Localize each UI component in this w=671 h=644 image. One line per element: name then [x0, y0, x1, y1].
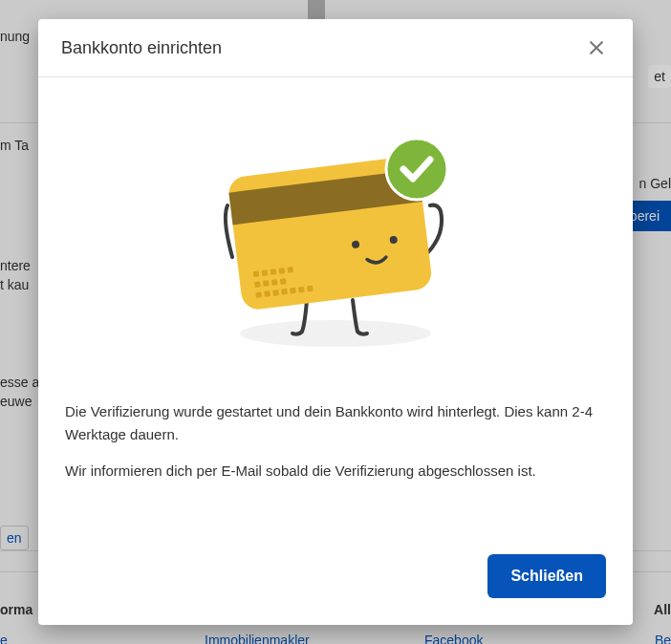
svg-rect-17 [281, 289, 288, 295]
svg-rect-14 [255, 291, 262, 298]
modal-footer: Schließen [38, 539, 633, 625]
modal-body: Die Verifizierung wurde gestartet und de… [38, 77, 633, 539]
svg-rect-11 [263, 280, 270, 287]
svg-rect-16 [272, 290, 279, 296]
svg-rect-19 [298, 287, 305, 293]
svg-rect-15 [264, 290, 271, 297]
bank-account-setup-modal: Bankkonto einrichten [38, 19, 633, 625]
verification-started-message: Die Verifizierung wurde gestartet und de… [65, 400, 606, 446]
bank-card-character-icon [197, 123, 474, 362]
close-icon [587, 38, 606, 57]
modal-title: Bankkonto einrichten [61, 38, 222, 58]
svg-rect-5 [253, 270, 260, 277]
svg-rect-6 [262, 269, 269, 276]
svg-rect-12 [271, 279, 278, 286]
modal-header: Bankkonto einrichten [38, 19, 633, 77]
svg-point-0 [240, 320, 431, 347]
close-icon-button[interactable] [583, 34, 610, 61]
svg-rect-9 [287, 267, 293, 273]
svg-rect-7 [271, 268, 277, 275]
svg-rect-10 [254, 281, 261, 288]
success-illustration [65, 100, 606, 400]
close-button[interactable]: Schließen [487, 554, 606, 598]
email-notification-message: Wir informieren dich per E-Mail sobald d… [65, 460, 606, 483]
svg-rect-8 [278, 268, 285, 274]
svg-rect-18 [290, 288, 296, 294]
svg-rect-13 [280, 278, 287, 285]
svg-rect-20 [307, 286, 314, 292]
